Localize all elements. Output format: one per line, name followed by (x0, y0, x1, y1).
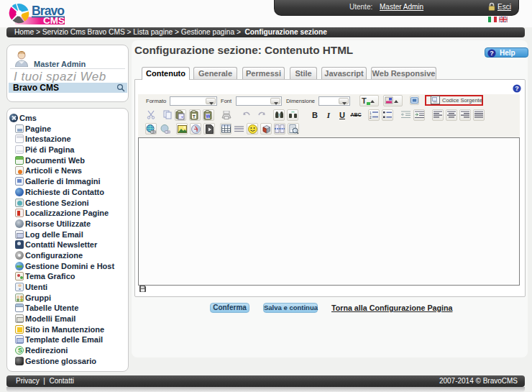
svg-text:T: T (362, 96, 367, 105)
svg-text:?: ? (515, 85, 519, 92)
svg-text:2: 2 (370, 116, 372, 119)
svg-text:T: T (193, 114, 196, 119)
svg-text:W: W (206, 114, 211, 119)
svg-text:?: ? (490, 50, 494, 57)
svg-text:1: 1 (370, 111, 372, 114)
svg-text:CMS: CMS (43, 15, 65, 26)
